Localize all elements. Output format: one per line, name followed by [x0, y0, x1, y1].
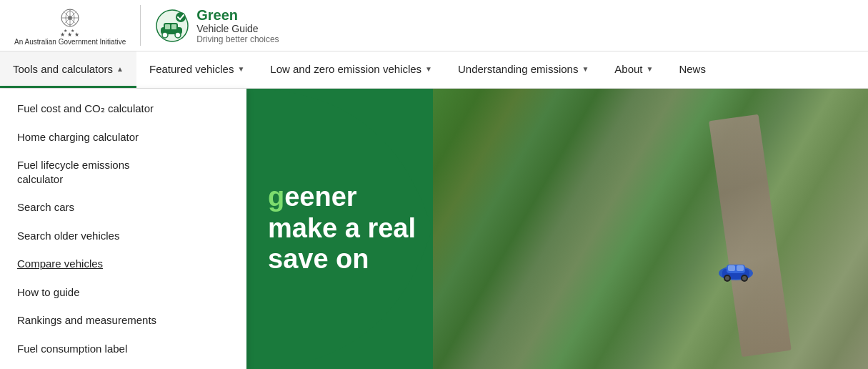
- brand-tagline: Driving better choices: [196, 34, 279, 44]
- svg-point-26: [725, 276, 729, 280]
- dropdown-item-fuel-cost[interactable]: Fuel cost and CO₂ calculator: [0, 94, 246, 123]
- svg-point-17: [175, 32, 181, 38]
- hero-headline: geener make a real save on: [268, 182, 536, 275]
- dropdown-item-fuel-lifecycle[interactable]: Fuel lifecycle emissionscalculator: [0, 151, 246, 193]
- dropdown-item-fuel-label[interactable]: Fuel consumption label: [0, 335, 246, 363]
- nav-item-news[interactable]: News: [666, 51, 719, 88]
- nav-item-understanding[interactable]: Understanding emissions ▼: [445, 51, 602, 88]
- chevron-down-icon-3: ▼: [582, 65, 589, 73]
- svg-point-28: [742, 276, 747, 280]
- hero-text-overlay: geener make a real save on: [246, 167, 557, 290]
- brand-name-vehicle: Vehicle Guide: [196, 23, 279, 34]
- main-content: Fuel cost and CO₂ calculator Home chargi…: [0, 89, 868, 369]
- svg-point-16: [162, 32, 168, 38]
- nav-item-featured[interactable]: Featured vehicles ▼: [136, 51, 257, 88]
- dropdown-panel: Fuel cost and CO₂ calculator Home chargi…: [0, 89, 246, 369]
- svg-rect-19: [171, 24, 176, 29]
- nav-label-featured: Featured vehicles: [149, 63, 234, 75]
- chevron-down-icon-2: ▼: [425, 65, 432, 73]
- brand-icon: [155, 9, 189, 43]
- gov-label: An Australian Government Initiative: [14, 38, 126, 46]
- nav-item-tools[interactable]: Tools and calculators ▲: [0, 51, 136, 88]
- government-logo: ★ ★ ★ ★ ★ An Australian Government Initi…: [14, 5, 141, 46]
- nav-label-understanding: Understanding emissions: [458, 63, 578, 75]
- dropdown-item-guides[interactable]: Guides and resources: [0, 363, 246, 369]
- dropdown-item-how-to[interactable]: How to guide: [0, 278, 246, 307]
- svg-rect-24: [737, 265, 744, 271]
- svg-rect-23: [728, 265, 735, 271]
- nav-label-tools: Tools and calculators: [13, 63, 113, 75]
- brand-logo: Green Vehicle Guide Driving better choic…: [155, 7, 279, 44]
- dropdown-item-rankings[interactable]: Rankings and measurements: [0, 306, 246, 335]
- chevron-up-icon: ▲: [116, 65, 124, 73]
- svg-text:★: ★: [71, 29, 74, 33]
- nav-item-about[interactable]: About ▼: [602, 51, 666, 88]
- hero-line-1: geener: [268, 182, 536, 213]
- hero-section: geener make a real save on: [246, 89, 868, 369]
- nav-label-about: About: [614, 63, 642, 75]
- nav-item-low-emission[interactable]: Low and zero emission vehicles ▼: [257, 51, 445, 88]
- nav-label-news: News: [679, 63, 706, 75]
- header: ★ ★ ★ ★ ★ An Australian Government Initi…: [0, 0, 868, 51]
- hero-line-3: save on: [268, 245, 536, 276]
- hero-car-icon: [717, 259, 756, 282]
- dropdown-item-search-older[interactable]: Search older vehicles: [0, 222, 246, 250]
- chevron-down-icon-4: ▼: [647, 65, 654, 73]
- svg-rect-18: [165, 24, 170, 29]
- svg-text:★: ★: [64, 29, 67, 33]
- hero-line-2: make a real: [268, 213, 536, 245]
- svg-text:★: ★: [74, 31, 79, 36]
- main-nav: Tools and calculators ▲ Featured vehicle…: [0, 51, 868, 89]
- chevron-down-icon: ▼: [237, 65, 244, 73]
- dropdown-item-home-charging[interactable]: Home charging calculator: [0, 123, 246, 152]
- nav-label-low-emission: Low and zero emission vehicles: [270, 63, 421, 75]
- crest-icon: ★ ★ ★ ★ ★: [54, 5, 86, 36]
- brand-text: Green Vehicle Guide Driving better choic…: [196, 7, 279, 44]
- dropdown-item-search-cars[interactable]: Search cars: [0, 193, 246, 222]
- dropdown-item-compare[interactable]: Compare vehicles: [0, 250, 246, 278]
- brand-name-green: Green: [196, 7, 279, 23]
